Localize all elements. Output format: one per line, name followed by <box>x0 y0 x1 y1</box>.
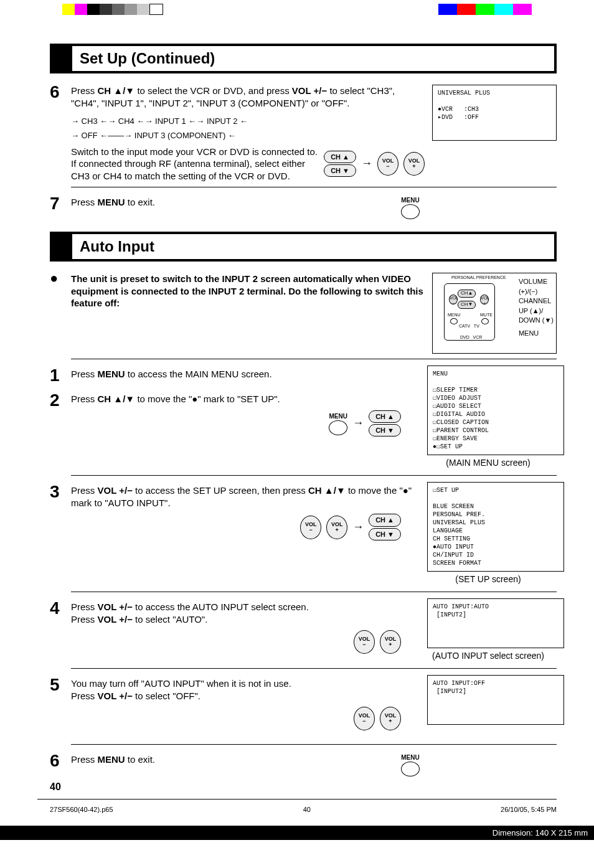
chain-line2: → OFF ←——→ INPUT 3 (COMPONENT) ← <box>71 128 425 143</box>
chain-line1: → CH3 ←→ CH4 ←→ INPUT 1 ←→ INPUT 2 ← <box>71 114 425 128</box>
bullet-icon: ● <box>50 270 71 286</box>
step-number: 7 <box>50 194 71 214</box>
step3-bold2: CH ▲/▼ <box>308 485 346 496</box>
step6b-text2: to exit. <box>125 754 155 765</box>
main-menu-screen: MENU ☐SLEEP TIMER ☐VIDEO ADJUST ☐AUDIO S… <box>427 366 564 455</box>
menu-label: MENU <box>401 753 420 762</box>
remote-label-channel: CHANNEL <box>519 296 554 306</box>
step3-text: Press <box>71 485 98 496</box>
remote-label-volume: VOLUME <box>519 277 554 286</box>
auto-input-caption: (AUTO INPUT select screen) <box>420 651 557 661</box>
vol-plus-key: VOL + <box>326 516 347 539</box>
footer-filepage: 40 <box>303 806 311 813</box>
step6-text-b: CH ▲/▼ <box>98 85 135 96</box>
step2-text2: to move the "●" mark to "SET UP". <box>134 394 280 404</box>
menu-button-icon <box>401 762 420 776</box>
footer-date: 26/10/05, 5:45 PM <box>501 806 557 813</box>
step5-line2a: Press <box>71 691 98 701</box>
ch-up-key: CH ▲ <box>369 410 401 423</box>
step6-text2: Switch to the input mode your VCR or DVD… <box>71 146 318 182</box>
vol-minus-key: VOL − <box>377 152 398 176</box>
step-number: 6 <box>50 82 71 102</box>
step7-bold: MENU <box>98 197 125 207</box>
menu-button-icon <box>401 204 420 219</box>
step3-text2: to access the SET UP screen, then press <box>133 485 308 496</box>
step5-line2b: VOL +/− <box>98 691 133 701</box>
step-number: 4 <box>50 598 71 618</box>
step-number: 3 <box>50 482 71 502</box>
vol-plus-key: VOL + <box>380 707 401 730</box>
step7-text2: to exit. <box>125 197 155 207</box>
remote-label-menu: MENU <box>519 329 554 338</box>
step6-text-d: VOL +/− <box>292 85 327 96</box>
setup-screen: ☐SET UP BLUE SCREEN PERSONAL PREF. UNIVE… <box>427 482 564 572</box>
step5-text: You may turn off "AUTO INPUT" when it is… <box>71 678 291 689</box>
section-title-autoinput: Auto Input <box>50 232 557 262</box>
vol-minus-key: VOL − <box>354 707 375 730</box>
arrow-icon: → <box>361 156 372 171</box>
bullet-text: The unit is preset to switch to the INPU… <box>71 273 423 308</box>
remote-diagram: PERSONAL PREFERENCE CH▲ CH▼ VOL− VOL+ ME… <box>432 273 557 354</box>
vol-plus-key: VOL + <box>403 152 425 176</box>
step1-text: Press <box>71 369 98 379</box>
step7-text: Press <box>71 197 98 207</box>
ch-up-key: CH ▲ <box>369 514 401 526</box>
setup-caption: (SET UP screen) <box>420 574 557 584</box>
step3-bold: VOL +/− <box>98 485 133 496</box>
step2-bold: CH ▲/▼ <box>98 394 135 404</box>
step-number: 1 <box>50 366 71 385</box>
vol-plus-key: VOL + <box>380 630 401 654</box>
step4-text: Press <box>71 601 98 612</box>
step-number: 6 <box>50 751 71 771</box>
step4-line2a: Press <box>71 614 98 625</box>
section-title-setup: Set Up (Continued) <box>50 44 557 73</box>
step4-line2b: VOL +/− <box>98 614 133 625</box>
step4-line2c: to select "AUTO". <box>133 614 207 625</box>
menu-button-icon <box>329 420 347 435</box>
remote-label-down: DOWN (▼) <box>519 316 554 325</box>
main-menu-caption: (MAIN MENU screen) <box>420 458 557 468</box>
step6b-bold: MENU <box>98 754 125 765</box>
step1-text2: to access the MAIN MENU screen. <box>125 369 272 379</box>
remote-label-up: UP (▲)/ <box>519 306 554 316</box>
arrow-icon: → <box>352 520 364 534</box>
step1-bold: MENU <box>98 369 125 379</box>
ch-down-key: CH ▼ <box>369 424 401 436</box>
step-number: 2 <box>50 390 71 410</box>
auto-input-auto-screen: AUTO INPUT:AUTO [INPUT2] <box>427 598 564 648</box>
ch-down-key: CH ▼ <box>369 528 401 540</box>
step6b-text: Press <box>71 754 98 765</box>
step2-text: Press <box>71 394 98 404</box>
step5-line2c: to select "OFF". <box>133 691 200 701</box>
dimension-box: Dimension: 140 X 215 mm <box>0 826 594 840</box>
universal-plus-screen: UNIVERSAL PLUS ●VCR :CH3 ▸DVD :OFF <box>432 85 557 141</box>
step-number: 5 <box>50 675 71 695</box>
remote-label-volsigns: (+)/(−) <box>519 287 554 296</box>
step6-text-a: Press <box>71 85 98 96</box>
step4-text2: to access the AUTO INPUT select screen. <box>133 601 309 612</box>
arrow-icon: → <box>352 416 364 430</box>
vol-minus-key: VOL − <box>354 630 375 654</box>
step4-bold: VOL +/− <box>98 601 133 612</box>
ch-down-key: CH ▼ <box>324 164 356 177</box>
menu-label: MENU <box>401 196 420 204</box>
step6-text-c: to select the VCR or DVD, and press <box>134 85 292 96</box>
ch-up-key: CH ▲ <box>324 151 356 163</box>
vol-minus-key: VOL − <box>300 516 321 539</box>
menu-label: MENU <box>329 412 347 420</box>
footer-file: 27SF560(40-42).p65 <box>50 806 113 813</box>
auto-input-off-screen: AUTO INPUT:OFF [INPUT2] <box>427 675 564 725</box>
page-number: 40 <box>50 781 557 793</box>
